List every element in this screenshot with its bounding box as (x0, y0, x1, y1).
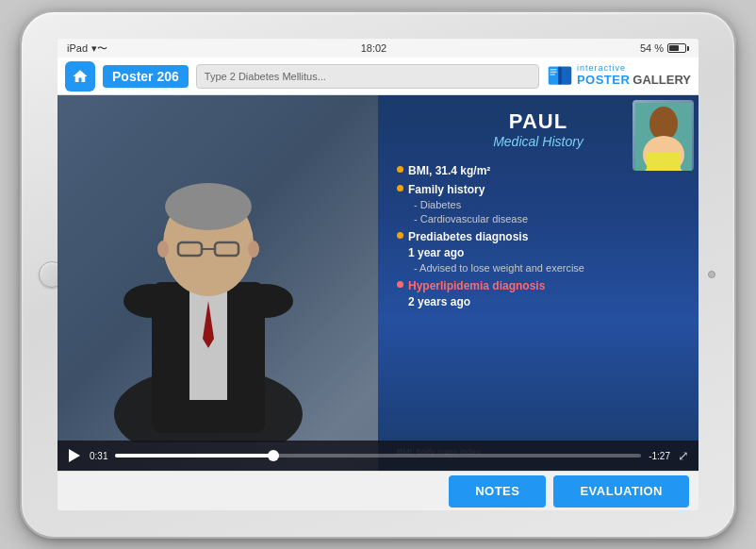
svg-rect-4 (550, 71, 556, 72)
svg-point-21 (649, 107, 678, 141)
battery-icon (667, 43, 689, 53)
patient-photo-svg (635, 103, 692, 171)
svg-rect-5 (550, 74, 554, 75)
svg-point-18 (123, 284, 180, 318)
list-item: Hyperlipidemia diagnosis 2 years ago (397, 278, 680, 310)
svg-rect-1 (561, 66, 571, 84)
svg-point-16 (157, 241, 169, 258)
app-header: Poster 206 Type 2 Diabetes Mellitus... i… (58, 58, 698, 95)
status-left: iPad ▾〜 (67, 42, 107, 56)
progress-bar[interactable] (115, 454, 641, 458)
doctor-figure (76, 112, 340, 442)
status-right: 54 % (640, 42, 689, 54)
search-text: Type 2 Diabetes Mellitus... (205, 71, 326, 82)
svg-rect-23 (647, 152, 681, 171)
logo-poster: POSTER (577, 74, 630, 87)
svg-point-17 (248, 241, 259, 258)
list-item: Prediabetes diagnosis 1 year ago - Advis… (397, 229, 680, 275)
svg-rect-2 (558, 66, 562, 84)
svg-rect-3 (550, 69, 556, 70)
gallery-logo: interactive POSTER GALLERY (547, 63, 691, 90)
progress-fill (115, 454, 272, 458)
notes-button[interactable]: NOTES (449, 475, 546, 507)
book-icon (547, 63, 573, 90)
bullet-list: BMI, 31.4 kg/m² Family history - Diabete… (397, 163, 680, 440)
status-bar: iPad ▾〜 18:02 54 % (58, 39, 698, 58)
play-button[interactable] (67, 448, 82, 463)
ipad-device: iPad ▾〜 18:02 54 % Poster 2 (20, 10, 736, 539)
patient-photo (633, 100, 694, 171)
wifi-icon: ▾〜 (91, 42, 107, 56)
device-label: iPad (67, 42, 88, 54)
screen: iPad ▾〜 18:02 54 % Poster 2 (58, 39, 698, 510)
list-item: Family history - Diabetes - Cardiovascul… (397, 182, 680, 227)
search-bar[interactable]: Type 2 Diabetes Mellitus... (196, 64, 539, 89)
progress-thumb[interactable] (268, 450, 279, 461)
svg-point-19 (237, 284, 293, 318)
evaluation-button[interactable]: EVALUATION (553, 475, 689, 507)
logo-gallery: GALLERY (633, 74, 691, 87)
time-current: 0:31 (90, 451, 107, 461)
logo-text: interactive POSTER GALLERY (577, 64, 691, 87)
bottom-bar: NOTES EVALUATION (58, 471, 698, 510)
fullscreen-button[interactable]: ⤢ (678, 448, 689, 463)
poster-label: Poster 206 (103, 65, 189, 88)
camera-dot (708, 271, 715, 278)
slide-panel: PAUL Medical History BMI, 31.4 kg/m² Fam… (378, 95, 698, 471)
time-remaining: -1:27 (649, 451, 670, 461)
home-icon (72, 68, 89, 85)
svg-point-12 (165, 183, 252, 230)
play-icon (69, 449, 80, 462)
video-controls[interactable]: 0:31 -1:27 ⤢ (58, 441, 698, 471)
video-container: PAUL Medical History BMI, 31.4 kg/m² Fam… (58, 95, 698, 471)
battery-percent: 54 % (640, 42, 664, 54)
status-time: 18:02 (361, 42, 387, 54)
home-button-app[interactable] (65, 61, 95, 92)
